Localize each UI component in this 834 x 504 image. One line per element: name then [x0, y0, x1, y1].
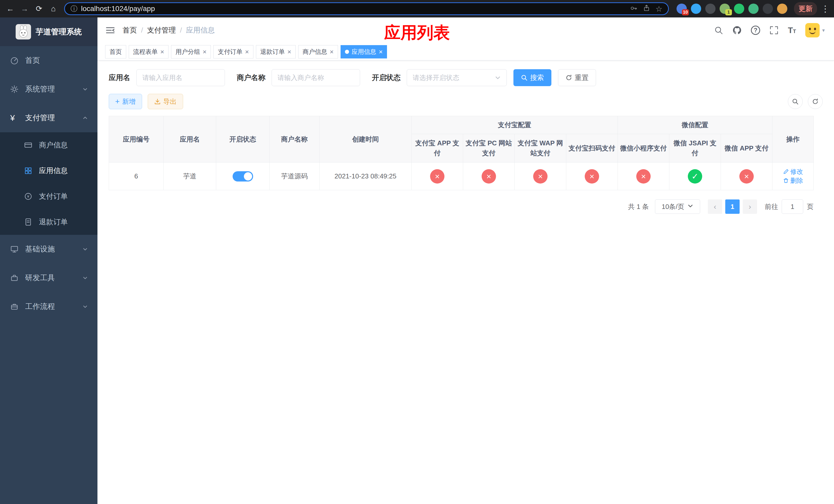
tab-应用信息[interactable]: 应用信息× — [341, 45, 387, 59]
header-search-icon[interactable] — [714, 26, 723, 35]
sidebar-collapse-icon[interactable] — [105, 25, 115, 36]
extension-dark-puzzle-icon[interactable] — [763, 4, 773, 14]
breadcrumb-pay[interactable]: 支付管理 — [147, 25, 176, 35]
prev-page-button[interactable]: ‹ — [708, 200, 722, 214]
extension-face-icon[interactable] — [777, 4, 787, 14]
search-button[interactable]: 搜索 — [513, 69, 551, 86]
status-select[interactable]: 请选择开启状态 — [407, 69, 507, 86]
sidebar-item-应用信息[interactable]: 应用信息 — [0, 158, 97, 184]
extension-green-chat-icon[interactable] — [748, 4, 759, 14]
extensions-tray: 101 — [677, 4, 787, 14]
user-menu[interactable]: ▾ — [805, 23, 825, 38]
extension-green-check-icon[interactable] — [734, 4, 744, 14]
export-button[interactable]: 导出 — [148, 94, 183, 109]
browser-menu-icon[interactable]: ⋮ — [820, 4, 830, 14]
extension-badge: 10 — [682, 9, 689, 15]
extension-blue-badge-icon[interactable]: 10 — [677, 4, 687, 14]
export-button-label: 导出 — [163, 97, 177, 106]
sidebar-item-系统管理[interactable]: 系统管理 — [0, 75, 97, 104]
search-button-label: 搜索 — [530, 73, 544, 82]
sidebar-item-退款订单[interactable]: 退款订单 — [0, 209, 97, 235]
chevron-down-icon — [82, 303, 88, 310]
site-info-icon[interactable]: ⓘ — [70, 4, 78, 13]
extension-green-avatar-icon[interactable]: 1 — [720, 4, 730, 14]
edit-button[interactable]: 修改 — [783, 167, 803, 176]
cell-merchant: 芋道源码 — [269, 162, 320, 190]
sidebar-item-首页[interactable]: 首页 — [0, 46, 97, 75]
delete-button[interactable]: 删除 — [783, 176, 803, 185]
next-page-button[interactable]: › — [743, 200, 757, 214]
share-icon[interactable] — [643, 4, 650, 13]
sidebar-menu: 首页系统管理¥支付管理商户信息应用信息¥支付订单退款订单基础设施研发工具工作流程 — [0, 46, 97, 321]
close-icon[interactable]: × — [203, 48, 206, 55]
reset-button[interactable]: 重置 — [558, 69, 596, 86]
app-name-input[interactable] — [136, 69, 225, 86]
extension-dark-circle-icon[interactable] — [705, 4, 716, 14]
sidebar-item-label: 应用信息 — [39, 166, 88, 176]
disabled-cross-icon: × — [739, 169, 754, 184]
font-size-icon[interactable]: TT — [788, 26, 796, 35]
disabled-cross-icon: × — [585, 169, 599, 184]
help-icon[interactable]: ? — [751, 26, 760, 35]
refresh-button[interactable] — [808, 94, 823, 109]
refund-order-icon — [24, 218, 33, 226]
close-icon[interactable]: × — [287, 48, 291, 55]
app-name-label: 应用名 — [109, 73, 130, 83]
monitor-icon — [10, 245, 20, 253]
cell-created: 2021-10-23 08:49:25 — [320, 162, 412, 190]
back-icon[interactable]: ← — [4, 2, 17, 15]
sidebar-item-商户信息[interactable]: 商户信息 — [0, 132, 97, 158]
page-size-select[interactable]: 10条/页 — [655, 200, 700, 214]
add-button-label: 新增 — [122, 97, 136, 106]
app-logo[interactable]: 芋道管理系统 — [0, 18, 97, 46]
close-icon[interactable]: × — [160, 48, 164, 55]
cell-alipay-pc-status: × — [463, 162, 515, 190]
edit-label: 修改 — [790, 167, 803, 176]
breadcrumb-home[interactable]: 首页 — [123, 25, 137, 35]
close-icon[interactable]: × — [330, 48, 334, 55]
sidebar-item-支付管理[interactable]: ¥支付管理 — [0, 104, 97, 132]
col-alipay-pc: 支付宝 PC 网站支付 — [463, 134, 515, 162]
home-icon[interactable]: ⌂ — [47, 2, 60, 15]
page-1-button[interactable]: 1 — [725, 200, 740, 214]
tab-首页[interactable]: 首页 — [105, 45, 126, 59]
tab-支付订单[interactable]: 支付订单× — [213, 45, 253, 59]
merchant-name-input[interactable] — [271, 69, 360, 86]
app-frame: 芋道管理系统 首页系统管理¥支付管理商户信息应用信息¥支付订单退款订单基础设施研… — [0, 18, 834, 504]
sidebar-item-研发工具[interactable]: 研发工具 — [0, 264, 97, 292]
group-alipay-config: 支付宝配置 — [412, 116, 618, 134]
close-icon[interactable]: × — [245, 48, 249, 55]
reload-icon[interactable]: ⟳ — [32, 2, 46, 15]
tab-商户信息[interactable]: 商户信息× — [298, 45, 338, 59]
page-root: ← → ⟳ ⌂ ⓘ localhost:1024/pay/app ☆ 101 更… — [0, 0, 834, 504]
close-icon[interactable]: × — [379, 48, 382, 55]
fullscreen-icon[interactable] — [769, 26, 778, 35]
status-toggle[interactable] — [233, 171, 253, 182]
tab-流程表单[interactable]: 流程表单× — [129, 45, 169, 59]
toggle-search-button[interactable] — [788, 94, 803, 109]
github-icon[interactable] — [732, 26, 742, 35]
main-area: 首页 / 支付管理 / 应用信息 ? TT ▾ — [97, 18, 834, 504]
col-status: 开启状态 — [216, 116, 269, 162]
table-row: 6 芋道 芋道源码 2021-10-23 08:49:25 × × × × × … — [109, 162, 814, 190]
sidebar-item-label: 基础设施 — [25, 244, 82, 254]
forward-icon[interactable]: → — [18, 2, 31, 15]
sidebar-item-支付订单[interactable]: ¥支付订单 — [0, 184, 97, 209]
password-key-icon[interactable] — [630, 4, 638, 13]
tab-label: 退款订单 — [260, 48, 285, 56]
extension-blue-drop-icon[interactable] — [691, 4, 701, 14]
bookmark-star-icon[interactable]: ☆ — [656, 4, 662, 13]
sidebar-item-label: 支付管理 — [25, 113, 82, 123]
sidebar: 芋道管理系统 首页系统管理¥支付管理商户信息应用信息¥支付订单退款订单基础设施研… — [0, 18, 97, 504]
tab-退款订单[interactable]: 退款订单× — [256, 45, 296, 59]
url-bar[interactable]: ⓘ localhost:1024/pay/app ☆ — [64, 2, 669, 15]
tab-用户分组[interactable]: 用户分组× — [171, 45, 211, 59]
tab-label: 用户分组 — [175, 48, 200, 56]
sidebar-item-工作流程[interactable]: 工作流程 — [0, 292, 97, 321]
svg-text:¥: ¥ — [27, 194, 29, 199]
active-tab-dot — [345, 50, 349, 54]
sidebar-item-基础设施[interactable]: 基础设施 — [0, 235, 97, 264]
browser-update-button[interactable]: 更新 — [794, 2, 817, 15]
goto-page-input[interactable] — [782, 200, 803, 214]
add-button[interactable]: + 新增 — [109, 94, 142, 109]
